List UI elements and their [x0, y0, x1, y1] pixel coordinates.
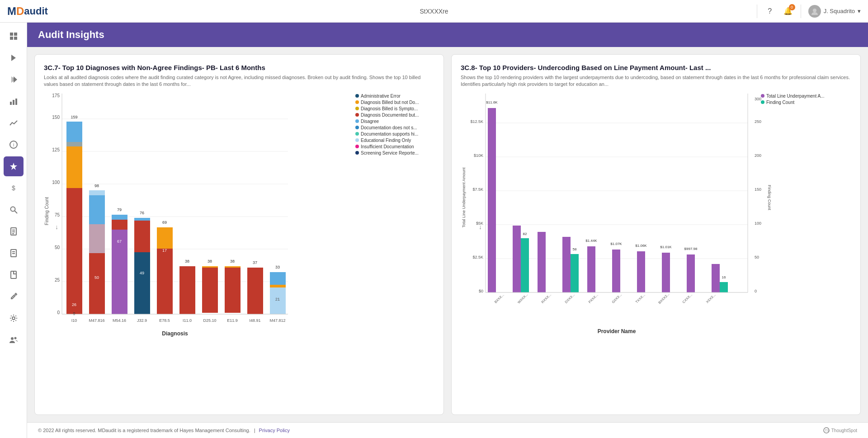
svg-text:$0: $0	[479, 289, 483, 293]
sidebar-item-chart[interactable]	[4, 91, 24, 111]
svg-text:67: 67	[117, 239, 122, 244]
svg-point-25	[11, 337, 14, 340]
bar-pxxx-purple	[587, 246, 595, 292]
svg-text:I10: I10	[71, 318, 77, 323]
chart1-legend: Administrative Error Diagnosis Billed bu…	[355, 94, 434, 157]
legend-label-diag-doc: Diagnosis Documented but...	[361, 113, 419, 118]
bar-e119-orange	[225, 266, 241, 268]
sidebar-item-tools[interactable]	[4, 287, 24, 306]
legend-item-diag-billed: Diagnosis Billed but not Do...	[355, 100, 434, 105]
nav-center-text: StXXXXre	[420, 8, 448, 15]
logo-audit: audit	[24, 5, 48, 17]
legend-label-edu: Educational Finding Only	[361, 138, 411, 143]
bar-m47812-blue	[270, 272, 286, 285]
svg-line-15	[14, 211, 17, 214]
bar-i110-red	[179, 266, 195, 314]
bar-i10-red	[66, 188, 82, 314]
svg-text:$10K: $10K	[474, 153, 483, 158]
legend-label-diag-billed: Diagnosis Billed but not Do...	[361, 100, 419, 105]
chart2-legend: Total Line Underpayment A... Finding Cou…	[761, 94, 851, 106]
legend-item-insuff: Insufficient Documentation	[355, 144, 434, 149]
svg-text:XXXX...: XXXX...	[705, 293, 717, 304]
svg-point-14	[10, 207, 15, 212]
sidebar-item-users[interactable]	[4, 330, 24, 350]
help-icon[interactable]: ?	[764, 6, 775, 17]
footer-privacy-link[interactable]: Privacy Policy	[259, 428, 290, 433]
sidebar-item-doc2[interactable]	[4, 243, 24, 263]
sidebar-item-dollar[interactable]: $	[4, 178, 24, 198]
svg-text:$: $	[12, 184, 15, 192]
svg-text:33: 33	[275, 265, 280, 269]
svg-rect-9	[13, 100, 14, 105]
sidebar-item-doc3[interactable]	[4, 265, 24, 285]
bar-cxxx-purple	[687, 254, 695, 292]
svg-text:50: 50	[94, 275, 99, 280]
svg-text:$1.06K: $1.06K	[635, 244, 647, 248]
bell-icon[interactable]: 🔔 0	[783, 6, 793, 17]
svg-text:WXXX...: WXXX...	[517, 292, 528, 304]
bar-bxxx2-purple	[662, 253, 670, 292]
legend-item-underpayment: Total Line Underpayment A...	[761, 94, 851, 99]
legend-dot-admin	[355, 94, 359, 98]
svg-text:Total Line Underpayment Amount: Total Line Underpayment Amount	[462, 167, 466, 228]
workspace-name: StXXXXre	[420, 8, 448, 15]
bar-i4891-red	[247, 268, 263, 314]
bar-m47816-blue	[89, 195, 105, 224]
svg-point-0	[813, 9, 816, 12]
bar-wxxx-purple	[513, 226, 521, 292]
svg-text:↓: ↓	[55, 223, 58, 231]
logo-m: M	[7, 5, 16, 18]
user-dropdown-icon[interactable]: ▾	[858, 8, 861, 14]
bar-e785-orange	[157, 227, 173, 249]
sidebar-item-doc1[interactable]	[4, 221, 24, 241]
nav-separator-2	[801, 5, 801, 18]
svg-text:M47.812: M47.812	[269, 318, 285, 323]
svg-point-26	[14, 337, 16, 339]
svg-text:49: 49	[140, 271, 144, 275]
svg-text:9: 9	[73, 311, 75, 316]
svg-text:Diagnosis: Diagnosis	[162, 330, 188, 337]
svg-text:E11.9: E11.9	[227, 318, 238, 323]
sidebar-item-nav1[interactable]	[4, 48, 24, 68]
legend-dot-doc-supports	[355, 132, 359, 136]
legend-label-screen: Screening Service Reporte...	[361, 151, 419, 155]
svg-text:150: 150	[755, 187, 761, 192]
svg-text:Provider Name: Provider Name	[598, 328, 636, 334]
svg-text:16: 16	[722, 275, 726, 279]
svg-text:E78.5: E78.5	[159, 318, 170, 323]
bell-badge: 0	[789, 4, 795, 10]
svg-text:M47.816: M47.816	[89, 318, 104, 323]
legend-label-disagree: Disagree	[361, 119, 379, 124]
svg-text:I48.91: I48.91	[249, 318, 260, 323]
svg-text:D25.10: D25.10	[203, 318, 216, 323]
legend-dot-edu	[355, 138, 359, 142]
bar-m47816-lightblue	[89, 190, 105, 195]
svg-text:26: 26	[72, 302, 76, 307]
svg-text:150: 150	[52, 115, 60, 120]
svg-text:200: 200	[755, 153, 761, 158]
legend-label-insuff: Insufficient Documentation	[361, 144, 414, 149]
sidebar-item-grid[interactable]	[4, 26, 24, 46]
sidebar-item-nav2[interactable]	[4, 70, 24, 89]
svg-text:Finding Count: Finding Count	[767, 185, 772, 211]
footer-copyright: © 2022 All rights reserved. MDaudit is a…	[38, 428, 250, 433]
svg-text:Finding Count: Finding Count	[44, 197, 49, 225]
svg-rect-1	[10, 33, 13, 36]
legend-label-underpayment: Total Line Underpayment A...	[766, 94, 824, 99]
user-menu[interactable]: J. Squadrito ▾	[808, 5, 861, 18]
sidebar-item-trend[interactable]	[4, 113, 24, 133]
svg-text:159: 159	[71, 115, 77, 119]
sidebar-item-search[interactable]	[4, 200, 24, 220]
svg-text:$12.5K: $12.5K	[470, 119, 483, 124]
sidebar-item-insights[interactable]	[4, 156, 24, 176]
chart1-body: Administrative Error Diagnosis Billed bu…	[44, 94, 434, 405]
sidebar-item-settings[interactable]	[4, 308, 24, 328]
legend-dot-disagree	[355, 119, 359, 123]
bar-xxxx-purple	[712, 264, 720, 292]
sidebar-item-info[interactable]: i	[4, 135, 24, 155]
logo[interactable]: M D audit	[7, 5, 48, 18]
bar-i10-blue	[66, 122, 82, 142]
legend-item-diag-sympto: Diagnosis Billed is Sympto...	[355, 106, 434, 111]
svg-text:17: 17	[162, 248, 167, 253]
legend-item-diag-doc: Diagnosis Documented but...	[355, 113, 434, 118]
